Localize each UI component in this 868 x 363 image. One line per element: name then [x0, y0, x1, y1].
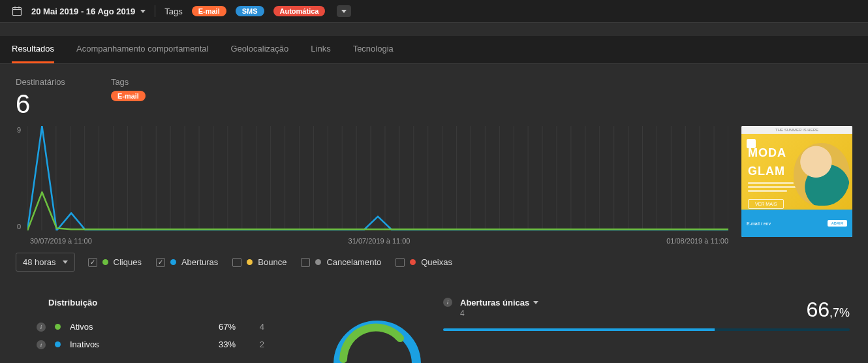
tags-summary: Tags E-mail: [111, 77, 146, 117]
thumb-model-image: [794, 143, 850, 206]
thumb-strapline: THE SUMMER IS HERE: [741, 126, 852, 134]
legend-item-bounce[interactable]: Bounce: [232, 257, 287, 267]
chart-legend: CliquesAberturasBounceCancelamentoQueixa…: [88, 257, 452, 267]
chevron-down-icon: [533, 301, 538, 304]
tab-resultados[interactable]: Resultados: [12, 36, 54, 63]
tag-automatica[interactable]: Automática: [273, 6, 326, 16]
distribution-count: 2: [245, 339, 264, 349]
unique-opens-title-text: Aberturas únicas: [460, 298, 529, 308]
thumb-cta: VER MAIS: [748, 199, 784, 209]
bottom-panels: Distribuição iAtivos67%4iInativos33%2 i …: [18, 298, 850, 353]
distribution-title: Distribuição: [18, 298, 425, 308]
chart-x-axis: 30/07/2019 à 11:00 31/07/2019 à 11:00 01…: [27, 237, 728, 245]
y-tick: 9: [17, 126, 21, 134]
recipients-summary: Destinatários 6: [16, 77, 65, 117]
legend-item-queixas[interactable]: Queixas: [395, 257, 452, 267]
series-color-dot: [102, 259, 108, 265]
thumb-footer-button: ABRIR: [828, 220, 847, 227]
series-color-dot: [170, 259, 176, 265]
time-range-dropdown[interactable]: 48 horas: [16, 253, 75, 272]
pct-dec: ,7%: [829, 306, 850, 319]
tags-label: Tags: [111, 77, 146, 87]
svg-rect-0: [13, 8, 22, 16]
tab-geolocalização[interactable]: Geolocalização: [230, 36, 288, 63]
info-icon[interactable]: i: [37, 340, 46, 349]
checkbox[interactable]: [88, 258, 97, 267]
series-color-dot: [247, 259, 253, 265]
unique-opens-percentage: 66,7%: [806, 298, 850, 322]
timeline-chart: 9 0 30/07/2019 à 11:00 31/07/2019 à 11:0…: [16, 126, 852, 230]
recipients-label: Destinatários: [16, 77, 65, 87]
series-color-dot: [55, 341, 61, 347]
separator: [155, 5, 155, 17]
thumb-footer: E-mail / env ABRIR: [741, 210, 852, 237]
tags-label: Tags: [164, 7, 182, 16]
x-tick: 31/07/2019 à 11:00: [349, 237, 411, 245]
thumb-hero: MODA GLAM VER MAIS: [741, 134, 852, 210]
series-color-dot: [55, 324, 61, 330]
checkbox[interactable]: [232, 258, 241, 267]
info-icon[interactable]: i: [37, 323, 46, 332]
info-icon[interactable]: i: [443, 298, 452, 307]
unique-opens-panel: i Aberturas únicas 4 66,7%: [443, 298, 850, 353]
tag-sms[interactable]: SMS: [236, 6, 264, 16]
y-tick: 0: [17, 223, 21, 230]
thumb-footer-text: E-mail / env: [747, 221, 771, 226]
tag-email[interactable]: E-mail: [192, 6, 226, 16]
unique-opens-title[interactable]: Aberturas únicas: [460, 298, 538, 308]
legend-label: Cancelamento: [326, 257, 381, 267]
chart-y-axis: 9 0: [12, 126, 21, 230]
x-tick: 01/08/2019 à 11:00: [666, 237, 728, 245]
distribution-donut-chart: [325, 312, 429, 363]
chart-controls: 48 horas CliquesAberturasBounceCancelame…: [16, 253, 852, 272]
distribution-label: Ativos: [70, 322, 187, 332]
unique-opens-count: 4: [460, 309, 538, 318]
chevron-down-icon: [341, 10, 347, 13]
chart-plot[interactable]: [27, 126, 728, 230]
legend-item-cancel[interactable]: Cancelamento: [301, 257, 381, 267]
x-tick: 30/07/2019 à 11:00: [30, 237, 92, 245]
campaign-preview-thumbnail[interactable]: THE SUMMER IS HERE MODA GLAM VER MAIS E-…: [741, 126, 852, 237]
legend-label: Aberturas: [181, 257, 218, 267]
thumb-logo-badge: [747, 139, 756, 148]
tab-links[interactable]: Links: [311, 36, 330, 63]
legend-label: Queixas: [421, 257, 452, 267]
distribution-panel: Distribuição iAtivos67%4iInativos33%2: [18, 298, 425, 353]
tab-tecnologia[interactable]: Tecnologia: [353, 36, 394, 63]
chevron-down-icon: [140, 10, 146, 13]
date-range-picker[interactable]: 20 Mai 2019 - 16 Ago 2019: [31, 7, 146, 16]
summary-row: Destinatários 6 Tags E-mail: [0, 64, 868, 123]
legend-item-aberturas[interactable]: Aberturas: [156, 257, 218, 267]
date-range-text: 20 Mai 2019 - 16 Ago 2019: [31, 7, 135, 16]
legend-item-cliques[interactable]: Cliques: [88, 257, 142, 267]
unique-opens-progress-bar: [443, 328, 850, 331]
legend-label: Cliques: [114, 257, 142, 267]
checkbox[interactable]: [301, 258, 310, 267]
tags-dropdown[interactable]: [337, 5, 351, 17]
series-color-dot: [315, 259, 321, 265]
tab-strip: ResultadosAcompanhamento comportamentalG…: [0, 36, 868, 64]
distribution-count: 4: [245, 322, 264, 332]
distribution-label: Inativos: [70, 339, 187, 349]
legend-label: Bounce: [258, 257, 287, 267]
chevron-down-icon: [63, 260, 68, 264]
tab-acompanhamento-comportamental[interactable]: Acompanhamento comportamental: [76, 36, 208, 63]
time-range-value: 48 horas: [23, 257, 56, 267]
distribution-pct: 67%: [196, 322, 236, 332]
summary-tag-email[interactable]: E-mail: [111, 91, 146, 101]
series-color-dot: [410, 259, 416, 265]
pct-int: 66: [806, 298, 829, 321]
filter-bar: 20 Mai 2019 - 16 Ago 2019 Tags E-mail SM…: [0, 0, 868, 23]
calendar-icon: [12, 6, 22, 16]
recipients-value: 6: [16, 91, 65, 117]
distribution-pct: 33%: [196, 339, 236, 349]
checkbox[interactable]: [395, 258, 405, 267]
checkbox[interactable]: [156, 258, 165, 267]
